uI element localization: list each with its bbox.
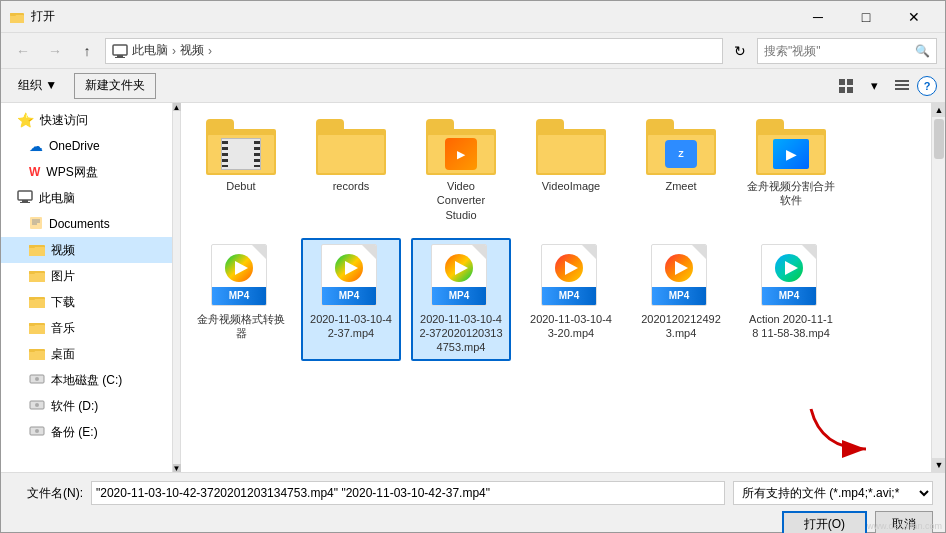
svg-rect-3 xyxy=(113,45,127,55)
back-button[interactable]: ← xyxy=(9,38,37,64)
file-label-file2: 2020-11-03-10-42-3720201203134753.mp4 xyxy=(417,312,505,355)
svg-rect-12 xyxy=(895,88,909,90)
sidebar-item-onedrive[interactable]: ☁ OneDrive xyxy=(1,133,172,159)
filename-row: 文件名(N): 所有支持的文件 (*.mp4;*.avi;* xyxy=(13,481,933,505)
sidebar-scrollbar[interactable]: ▲ ▼ xyxy=(172,103,180,472)
title-bar: 打开 ─ □ ✕ xyxy=(1,1,945,33)
drive-c-icon xyxy=(29,372,45,389)
help-button[interactable]: ? xyxy=(917,76,937,96)
new-folder-button[interactable]: 新建文件夹 xyxy=(74,73,156,99)
file-label-records: records xyxy=(333,179,370,193)
folder-jzsplit-icon: ▶ xyxy=(756,119,826,175)
folder-video-icon xyxy=(29,242,45,259)
svg-rect-15 xyxy=(20,202,30,203)
svg-rect-34 xyxy=(29,349,35,352)
sidebar-label-quick-access: 快速访问 xyxy=(40,112,88,129)
sidebar-item-drive-d[interactable]: 软件 (D:) xyxy=(1,393,172,419)
open-dialog: 打开 ─ □ ✕ ← → ↑ 此电脑 › 视频 › ↻ 🔍 xyxy=(0,0,946,533)
sidebar-label-this-pc: 此电脑 xyxy=(39,190,75,207)
open-button[interactable]: 打开(O) xyxy=(782,511,867,533)
cloud-icon: ☁ xyxy=(29,138,43,154)
sidebar-item-quick-access[interactable]: ⭐ 快速访问 xyxy=(1,107,172,133)
sidebar-item-downloads[interactable]: 下载 xyxy=(1,289,172,315)
file-item-jzsplit[interactable]: ▶ 金舟视频分割合并软件 xyxy=(741,113,841,228)
file-item-file1[interactable]: MP4 2020-11-03-10-42-37.mp4 xyxy=(301,238,401,361)
folder-downloads-icon xyxy=(29,294,45,311)
svg-rect-14 xyxy=(22,200,28,202)
file-label-jzsplit: 金舟视频分割合并软件 xyxy=(747,179,835,208)
file-item-file2[interactable]: MP4 2020-11-03-10-42-3720201203134753.mp… xyxy=(411,238,511,361)
view-dropdown-button[interactable]: ▾ xyxy=(861,73,887,99)
sidebar-item-videos[interactable]: 视频 xyxy=(1,237,172,263)
star-icon: ⭐ xyxy=(17,112,34,128)
folder-videoimage-icon xyxy=(536,119,606,175)
organize-button[interactable]: 组织 ▼ xyxy=(9,73,66,99)
sidebar-label-pictures: 图片 xyxy=(51,268,75,285)
svg-rect-6 xyxy=(839,79,845,85)
svg-rect-28 xyxy=(29,297,35,300)
maximize-button[interactable]: □ xyxy=(843,2,889,32)
file-label-file4: 2020120212492 3.mp4 xyxy=(637,312,725,341)
svg-rect-33 xyxy=(29,351,45,360)
minimize-button[interactable]: ─ xyxy=(795,2,841,32)
file-item-file3[interactable]: MP4 2020-11-03-10-43-20.mp4 xyxy=(521,238,621,361)
file-item-zmeet[interactable]: Z Zmeet xyxy=(631,113,731,228)
file-label-vcs: VideoConverterStudio xyxy=(437,179,485,222)
svg-rect-10 xyxy=(895,80,909,82)
file-item-file4[interactable]: MP4 2020120212492 3.mp4 xyxy=(631,238,731,361)
sidebar-label-drive-c: 本地磁盘 (C:) xyxy=(51,372,122,389)
cancel-button[interactable]: 取消 xyxy=(875,511,933,533)
file-label-jzconvert: 金舟视频格式转换器 xyxy=(197,312,285,341)
file-item-records[interactable]: records xyxy=(301,113,401,228)
file-item-jzconvert[interactable]: MP4 金舟视频格式转换器 xyxy=(191,238,291,361)
mp4-icon-file4: MP4 xyxy=(651,244,711,308)
mp4-icon-file2: MP4 xyxy=(431,244,491,308)
sidebar-item-music[interactable]: 音乐 xyxy=(1,315,172,341)
nav-toolbar: ← → ↑ 此电脑 › 视频 › ↻ 🔍 xyxy=(1,33,945,69)
wps-icon: W xyxy=(29,165,40,179)
sidebar-item-pictures[interactable]: 图片 xyxy=(1,263,172,289)
drive-e-icon xyxy=(29,424,45,441)
refresh-button[interactable]: ↻ xyxy=(727,38,753,64)
filename-label: 文件名(N): xyxy=(13,485,83,502)
search-icon: 🔍 xyxy=(915,44,930,58)
action-toolbar: 组织 ▼ 新建文件夹 ▾ ? xyxy=(1,69,945,103)
search-input[interactable] xyxy=(764,44,915,58)
file-item-videoimage[interactable]: VideoImage xyxy=(521,113,621,228)
mp4-icon-file5: MP4 xyxy=(761,244,821,308)
drive-d-icon xyxy=(29,398,45,415)
sidebar-item-drive-e[interactable]: 备份 (E:) xyxy=(1,419,172,445)
file-item-vcs[interactable]: ▶ VideoConverterStudio xyxy=(411,113,511,228)
svg-rect-1 xyxy=(10,15,24,23)
view-large-icons-button[interactable] xyxy=(833,73,859,99)
mp4-icon-file1: MP4 xyxy=(321,244,381,308)
sidebar-item-drive-c[interactable]: 本地磁盘 (C:) xyxy=(1,367,172,393)
sidebar-item-this-pc[interactable]: 此电脑 xyxy=(1,185,172,211)
breadcrumb-root[interactable]: 此电脑 xyxy=(132,42,168,59)
forward-button[interactable]: → xyxy=(41,38,69,64)
folder-zmeet-icon: Z xyxy=(646,119,716,175)
filename-input[interactable] xyxy=(91,481,725,505)
sidebar-item-desktop[interactable]: 桌面 xyxy=(1,341,172,367)
mp4-icon-jzconvert: MP4 xyxy=(211,244,271,308)
breadcrumb: 此电脑 › 视频 › xyxy=(132,42,212,59)
breadcrumb-videos[interactable]: 视频 xyxy=(180,42,204,59)
file-area-scrollbar[interactable]: ▲ ▼ xyxy=(931,103,945,472)
view-details-button[interactable] xyxy=(889,73,915,99)
main-area: ⭐ 快速访问 ☁ OneDrive W WPS网盘 xyxy=(1,103,945,472)
file-area: Debut records xyxy=(181,103,931,472)
address-bar[interactable]: 此电脑 › 视频 › xyxy=(105,38,723,64)
close-button[interactable]: ✕ xyxy=(891,2,937,32)
svg-rect-16 xyxy=(30,217,42,229)
folder-vcs-icon: ▶ xyxy=(426,119,496,175)
sidebar-label-onedrive: OneDrive xyxy=(49,139,100,153)
mp4-icon-file3: MP4 xyxy=(541,244,601,308)
sidebar-item-documents[interactable]: Documents xyxy=(1,211,172,237)
file-item-file5[interactable]: MP4 Action 2020-11-18 11-58-38.mp4 xyxy=(741,238,841,361)
filetype-select[interactable]: 所有支持的文件 (*.mp4;*.avi;* xyxy=(733,481,933,505)
svg-rect-11 xyxy=(895,84,909,86)
sidebar-item-wps[interactable]: W WPS网盘 xyxy=(1,159,172,185)
file-item-debut[interactable]: Debut xyxy=(191,113,291,228)
up-button[interactable]: ↑ xyxy=(73,38,101,64)
svg-rect-4 xyxy=(117,55,123,57)
